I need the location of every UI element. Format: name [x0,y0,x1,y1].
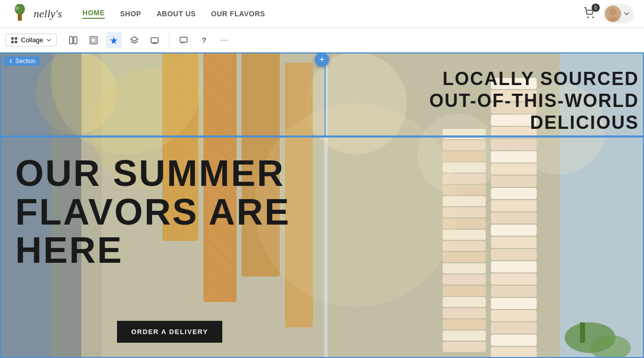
ai-sparkle-icon [109,36,119,45]
svg-point-5 [609,9,617,16]
svg-rect-79 [443,308,486,318]
svg-point-3 [588,17,589,18]
svg-rect-9 [11,41,14,43]
svg-rect-93 [491,200,537,211]
nav-home[interactable]: HOME [82,9,105,19]
svg-rect-102 [491,310,537,321]
svg-rect-74 [443,252,486,262]
hero-section: Section + LOCALLY SOURCED OUT-OF-THIS-WO… [0,52,644,358]
more-icon: ··· [220,36,228,45]
svg-rect-100 [491,286,537,297]
svg-rect-94 [491,212,537,224]
comment-button[interactable] [175,32,192,48]
svg-rect-17 [180,37,187,42]
svg-rect-76 [443,274,486,285]
navbar: nelly's HOME SHOP ABOUT US OUR FLAVORS 0 [0,0,644,28]
svg-rect-13 [90,37,97,44]
svg-rect-107 [580,322,585,343]
view-mode-label: Collage [21,36,43,44]
panel-icon [69,36,78,45]
svg-rect-77 [443,286,486,296]
svg-rect-7 [11,37,14,40]
section-divider-horizontal [0,136,644,137]
svg-rect-101 [491,298,537,309]
svg-rect-82 [443,342,486,352]
svg-rect-105 [491,347,537,358]
layers-icon [130,36,139,45]
help-button[interactable]: ? [196,32,212,48]
headline-line1: OUR SUMMER [15,154,315,193]
svg-rect-80 [443,319,486,329]
svg-point-6 [607,17,619,22]
user-account-button[interactable] [603,4,634,23]
svg-rect-99 [491,273,537,285]
headline-line3: HERE [15,231,315,270]
svg-rect-95 [491,225,537,236]
layers-button[interactable] [126,32,142,48]
tagline-line2: OUT-OF-THIS-WORLD DELICIOUS [329,90,639,133]
comment-icon [179,36,188,45]
svg-rect-2 [18,14,22,21]
svg-rect-16 [153,43,157,44]
add-icon: + [319,54,325,65]
svg-rect-12 [74,37,77,44]
chevron-down-icon [624,11,630,17]
svg-rect-64 [443,140,486,150]
help-icon: ? [202,36,207,44]
svg-point-4 [593,17,594,18]
svg-rect-104 [491,335,537,346]
nav-about[interactable]: ABOUT US [157,10,196,18]
svg-rect-75 [443,263,486,273]
svg-rect-11 [70,37,73,44]
more-options-button[interactable]: ··· [216,32,232,48]
logo[interactable]: nelly's [10,4,62,23]
svg-rect-14 [92,38,96,42]
order-delivery-button[interactable]: ORDER A DELIVERY [117,321,222,343]
hero-tagline: LOCALLY SOURCED OUT-OF-THIS-WORLD DELICI… [329,68,644,134]
svg-rect-98 [491,261,537,272]
preview-icon [150,36,159,45]
logo-icon [10,4,30,23]
svg-rect-92 [491,188,537,199]
svg-rect-88 [491,139,537,150]
svg-rect-97 [491,249,537,260]
section-label[interactable]: Section [4,57,40,66]
section-text: Section [15,58,36,65]
editor-toolbar: Collage [0,28,644,52]
avatar [605,6,621,22]
split-view-button[interactable] [85,32,102,48]
svg-rect-8 [15,37,17,40]
hero-headline: OUR SUMMER FLAVORS ARE HERE [0,134,326,280]
nav-shop[interactable]: SHOP [120,10,141,18]
svg-rect-103 [491,322,537,334]
svg-rect-15 [151,38,158,43]
nav-flavors[interactable]: OUR FLAVORS [211,10,265,18]
ai-tools-button[interactable] [106,32,122,48]
svg-rect-78 [443,297,486,307]
dropdown-arrow-icon [46,38,51,43]
collage-grid-icon [11,37,18,44]
toolbar-divider [169,33,169,47]
headline-line2: FLAVORS ARE [15,193,315,232]
nav-links: HOME SHOP ABOUT US OUR FLAVORS [82,9,583,19]
tagline-line1: LOCALLY SOURCED [329,68,639,90]
panel-view-button[interactable] [65,32,81,48]
split-icon [89,36,98,45]
svg-rect-90 [491,163,537,175]
back-arrow-icon [8,59,13,64]
view-mode-dropdown[interactable]: Collage [5,34,57,46]
svg-rect-96 [491,237,537,248]
svg-point-1 [16,7,19,10]
preview-button[interactable] [147,32,163,48]
cart-badge: 0 [592,4,600,12]
svg-rect-81 [443,331,486,341]
svg-rect-91 [491,176,537,187]
add-section-button[interactable]: + [315,52,329,67]
svg-rect-89 [491,151,537,162]
cart-button[interactable]: 0 [583,7,596,21]
nav-right: 0 [583,4,634,23]
svg-rect-10 [15,41,17,43]
brand-name: nelly's [34,7,62,20]
svg-rect-65 [443,151,486,161]
